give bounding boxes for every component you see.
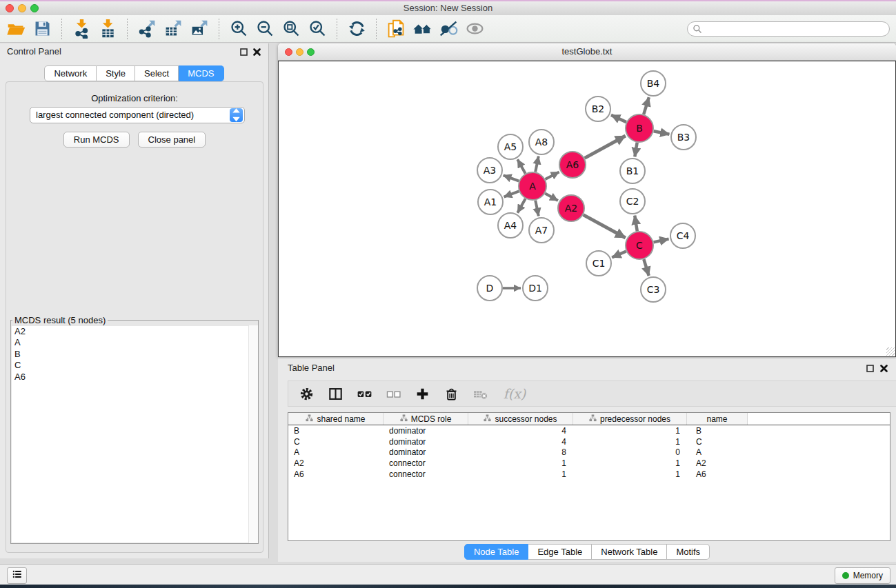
graph-node-A6[interactable]: A6: [559, 152, 586, 178]
import-network-button[interactable]: [68, 17, 94, 41]
edge-A6-B[interactable]: [585, 136, 626, 158]
graph-node-A3[interactable]: A3: [477, 158, 502, 183]
cell-successor-nodes[interactable]: 1: [468, 458, 573, 468]
column-header-MCDS-role[interactable]: MCDS role: [384, 413, 468, 425]
result-list-item[interactable]: A6: [12, 372, 257, 383]
cell-MCDS-role[interactable]: dominator: [384, 437, 468, 447]
edge-A-A3[interactable]: [504, 175, 519, 181]
edge-A-A2[interactable]: [545, 193, 558, 201]
graph-node-B1[interactable]: B1: [620, 159, 645, 183]
export-image-button[interactable]: [186, 17, 212, 41]
edge-C-C2[interactable]: [635, 216, 637, 232]
console-button[interactable]: [7, 567, 27, 584]
graph-node-A5[interactable]: A5: [498, 134, 523, 159]
column-header-shared-name[interactable]: shared name: [288, 413, 384, 425]
home-button[interactable]: [409, 17, 435, 41]
graph-node-B4[interactable]: B4: [641, 71, 666, 96]
split-columns-button[interactable]: [326, 384, 345, 403]
graph-node-B[interactable]: B: [626, 114, 653, 142]
graph-node-A[interactable]: A: [519, 172, 546, 200]
column-header-predecessor-nodes[interactable]: predecessor nodes: [573, 413, 687, 425]
edge-A-A5[interactable]: [517, 159, 525, 173]
tab-mcds[interactable]: MCDS: [179, 65, 223, 81]
zoom-in-button[interactable]: [226, 17, 252, 41]
refresh-button[interactable]: [344, 17, 370, 41]
cell-MCDS-role[interactable]: dominator: [384, 447, 468, 457]
cell-name[interactable]: A6: [687, 469, 748, 479]
close-table-panel-icon[interactable]: [879, 363, 889, 374]
edge-C-C1[interactable]: [612, 252, 626, 258]
result-list-item[interactable]: A2: [12, 326, 257, 337]
table-row[interactable]: A2connector11A2: [288, 458, 890, 469]
trash-button[interactable]: [441, 384, 461, 403]
tab-select[interactable]: Select: [135, 65, 179, 81]
result-list-item[interactable]: C: [12, 360, 257, 371]
edge-B-B4[interactable]: [644, 97, 649, 114]
table-row[interactable]: Adominator80A: [288, 447, 890, 458]
zoom-selected-button[interactable]: [304, 17, 330, 41]
cell-shared-name[interactable]: A6: [288, 469, 384, 479]
float-panel-icon[interactable]: [239, 47, 249, 57]
cell-name[interactable]: A2: [687, 458, 748, 468]
cell-predecessor-nodes[interactable]: 1: [573, 458, 687, 468]
hide-details-button[interactable]: [435, 17, 461, 41]
cell-shared-name[interactable]: C: [288, 437, 384, 447]
cell-shared-name[interactable]: B: [288, 426, 384, 436]
close-panel-icon[interactable]: [252, 47, 262, 57]
cell-name[interactable]: B: [687, 426, 748, 436]
save-button[interactable]: [29, 17, 55, 41]
tab-motifs[interactable]: Motifs: [667, 544, 710, 560]
cell-name[interactable]: A: [687, 447, 748, 457]
criterion-select[interactable]: largest connected component (directed): [30, 107, 245, 123]
graph-node-A7[interactable]: A7: [529, 218, 554, 243]
checkboxes-on-button[interactable]: [355, 384, 374, 403]
graph-node-A2[interactable]: A2: [558, 195, 584, 221]
cell-shared-name[interactable]: A2: [288, 458, 384, 468]
close-panel-button[interactable]: Close panel: [138, 132, 206, 148]
result-list-item[interactable]: B: [12, 349, 257, 360]
column-header-successor-nodes[interactable]: successor nodes: [468, 413, 573, 425]
cell-successor-nodes[interactable]: 1: [468, 469, 573, 479]
graph-node-C1[interactable]: C1: [586, 251, 611, 276]
cell-successor-nodes[interactable]: 8: [468, 447, 573, 457]
table-row[interactable]: A6connector11A6: [288, 469, 890, 480]
checkboxes-off-button[interactable]: [384, 384, 403, 403]
tab-style[interactable]: Style: [97, 65, 135, 81]
cell-predecessor-nodes[interactable]: 1: [573, 437, 687, 447]
edge-A-A6[interactable]: [546, 172, 559, 179]
edge-C-C4[interactable]: [654, 239, 669, 243]
graph-node-C[interactable]: C: [626, 232, 653, 259]
edge-A-A7[interactable]: [535, 201, 539, 216]
cell-MCDS-role[interactable]: connector: [384, 458, 468, 468]
cell-predecessor-nodes[interactable]: 1: [573, 426, 687, 436]
edge-A2-C[interactable]: [584, 215, 626, 238]
graph-node-C3[interactable]: C3: [641, 277, 666, 302]
edge-A-A4[interactable]: [517, 199, 525, 212]
edge-A-A8[interactable]: [535, 156, 539, 172]
graph-node-A8[interactable]: A8: [529, 130, 554, 154]
run-mcds-button[interactable]: Run MCDS: [63, 132, 130, 148]
float-table-panel-icon[interactable]: [865, 363, 875, 374]
gear-button[interactable]: [297, 384, 316, 403]
cell-MCDS-role[interactable]: dominator: [384, 426, 468, 436]
network-canvas[interactable]: B4 B2 B B3 A8 A5 A6 B1 A3 A A1 C2 A2 A4 …: [278, 61, 896, 357]
result-list-item[interactable]: A: [12, 337, 257, 348]
search-input[interactable]: [687, 21, 890, 37]
import-table-button[interactable]: [94, 17, 121, 41]
cell-predecessor-nodes[interactable]: 0: [573, 447, 687, 457]
cell-shared-name[interactable]: A: [288, 447, 384, 457]
network-window-titlebar[interactable]: testGlobe.txt: [278, 43, 896, 61]
cell-predecessor-nodes[interactable]: 1: [573, 469, 687, 479]
tab-network-table[interactable]: Network Table: [592, 544, 667, 560]
cell-name[interactable]: C: [687, 437, 748, 447]
table-row[interactable]: Cdominator41C: [288, 436, 890, 447]
graph-node-C2[interactable]: C2: [620, 189, 645, 214]
graph-node-B2[interactable]: B2: [586, 97, 610, 121]
doc-network-button[interactable]: [383, 17, 409, 41]
cell-successor-nodes[interactable]: 4: [468, 437, 573, 447]
plus-button[interactable]: [412, 384, 432, 403]
edge-B-B3[interactable]: [654, 131, 670, 134]
graph-node-C4[interactable]: C4: [670, 223, 695, 248]
tab-network[interactable]: Network: [44, 65, 97, 81]
edge-B-B1[interactable]: [635, 143, 637, 157]
